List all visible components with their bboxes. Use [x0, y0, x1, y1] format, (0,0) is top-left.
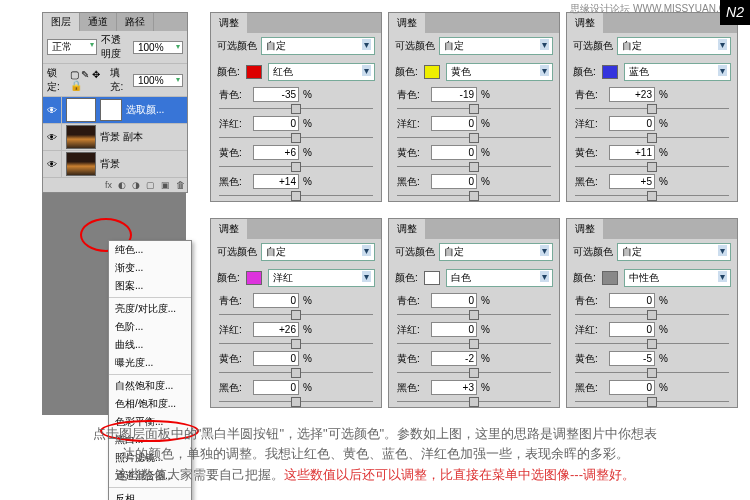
slider-value[interactable] — [431, 116, 477, 131]
slider-value[interactable] — [609, 145, 655, 160]
preset-select[interactable]: 自定 — [439, 243, 553, 261]
slider[interactable] — [575, 104, 729, 114]
pct: % — [481, 382, 490, 393]
layer-item[interactable]: 👁◐选取颜... — [43, 97, 187, 124]
slider[interactable] — [219, 339, 373, 349]
slider-value[interactable] — [253, 87, 299, 102]
slider[interactable] — [219, 191, 373, 201]
slider[interactable] — [397, 104, 551, 114]
slider-value[interactable] — [609, 351, 655, 366]
slider-value[interactable] — [431, 322, 477, 337]
preset-select[interactable]: 自定 — [261, 243, 375, 261]
slider-value[interactable] — [253, 322, 299, 337]
tab-paths[interactable]: 路径 — [117, 13, 154, 31]
trash-icon[interactable]: 🗑 — [176, 180, 185, 190]
slider-value[interactable] — [431, 293, 477, 308]
color-select[interactable]: 白色 — [446, 269, 553, 287]
slider[interactable] — [575, 310, 729, 320]
menu-item[interactable]: 反相 — [109, 490, 191, 500]
menu-item[interactable]: 图案... — [109, 277, 191, 295]
slider-value[interactable] — [431, 145, 477, 160]
slider[interactable] — [397, 397, 551, 407]
menu-item[interactable]: 渐变... — [109, 259, 191, 277]
preset-select[interactable]: 自定 — [617, 37, 731, 55]
visibility-icon[interactable]: 👁 — [43, 151, 62, 177]
layer-item[interactable]: 👁背景 副本 — [43, 124, 187, 151]
mask-icon[interactable]: ◐ — [118, 180, 126, 190]
slider[interactable] — [397, 368, 551, 378]
slider-value[interactable] — [253, 116, 299, 131]
tab-channels[interactable]: 通道 — [80, 13, 117, 31]
slider-value[interactable] — [253, 351, 299, 366]
color-select[interactable]: 蓝色 — [624, 63, 731, 81]
slider[interactable] — [397, 310, 551, 320]
lock-icons[interactable]: ▢ ✎ ✥ 🔒 — [70, 69, 107, 91]
slider[interactable] — [219, 133, 373, 143]
color-select[interactable]: 洋红 — [268, 269, 375, 287]
selective-color-panel: 调整可选颜色自定颜色:中性色青色:%洋红:%黄色:%黑色:% — [566, 218, 738, 408]
menu-item[interactable]: 亮度/对比度... — [109, 300, 191, 318]
slider[interactable] — [219, 397, 373, 407]
slider-value[interactable] — [609, 380, 655, 395]
tab-adjust[interactable]: 调整 — [389, 219, 425, 239]
preset-select[interactable]: 自定 — [261, 37, 375, 55]
menu-item[interactable]: 色阶... — [109, 318, 191, 336]
slider[interactable] — [575, 368, 729, 378]
slider[interactable] — [575, 339, 729, 349]
slider-value[interactable] — [609, 116, 655, 131]
slider[interactable] — [397, 162, 551, 172]
slider[interactable] — [575, 133, 729, 143]
layer-item[interactable]: 👁背景 — [43, 151, 187, 178]
color-swatch — [602, 271, 618, 285]
visibility-icon[interactable]: 👁 — [43, 124, 62, 150]
color-select[interactable]: 黄色 — [446, 63, 553, 81]
tab-adjust[interactable]: 调整 — [567, 13, 603, 33]
slider[interactable] — [397, 191, 551, 201]
color-label: 颜色: — [217, 65, 240, 79]
preset-select[interactable]: 自定 — [439, 37, 553, 55]
color-select[interactable]: 红色 — [268, 63, 375, 81]
adjustment-icon[interactable]: ◑ — [132, 180, 140, 190]
slider-value[interactable] — [609, 322, 655, 337]
new-layer-icon[interactable]: ▣ — [161, 180, 170, 190]
slider[interactable] — [219, 368, 373, 378]
blend-mode-select[interactable]: 正常 — [47, 39, 97, 55]
slider[interactable] — [575, 162, 729, 172]
slider-value[interactable] — [253, 174, 299, 189]
slider-value[interactable] — [609, 87, 655, 102]
color-select[interactable]: 中性色 — [624, 269, 731, 287]
fill-input[interactable]: 100% — [133, 74, 183, 87]
slider-value[interactable] — [431, 87, 477, 102]
slider-label: 洋红: — [397, 323, 427, 337]
fx-icon[interactable]: fx — [105, 180, 112, 190]
slider[interactable] — [219, 162, 373, 172]
slider-value[interactable] — [609, 174, 655, 189]
slider[interactable] — [219, 310, 373, 320]
slider[interactable] — [397, 339, 551, 349]
menu-item[interactable]: 自然饱和度... — [109, 377, 191, 395]
opacity-input[interactable]: 100% — [133, 41, 183, 54]
menu-item[interactable]: 纯色... — [109, 241, 191, 259]
slider[interactable] — [397, 133, 551, 143]
menu-item[interactable]: 曲线... — [109, 336, 191, 354]
tab-adjust[interactable]: 调整 — [211, 219, 247, 239]
slider-value[interactable] — [253, 293, 299, 308]
folder-icon[interactable]: ▢ — [146, 180, 155, 190]
slider[interactable] — [575, 191, 729, 201]
tab-adjust[interactable]: 调整 — [211, 13, 247, 33]
tab-adjust[interactable]: 调整 — [389, 13, 425, 33]
tab-adjust[interactable]: 调整 — [567, 219, 603, 239]
slider-value[interactable] — [253, 380, 299, 395]
tab-layers[interactable]: 图层 — [43, 13, 80, 31]
menu-item[interactable]: 曝光度... — [109, 354, 191, 372]
slider-value[interactable] — [609, 293, 655, 308]
slider[interactable] — [575, 397, 729, 407]
slider-value[interactable] — [431, 174, 477, 189]
menu-item[interactable]: 色相/饱和度... — [109, 395, 191, 413]
slider-value[interactable] — [431, 351, 477, 366]
slider-value[interactable] — [431, 380, 477, 395]
visibility-icon[interactable]: 👁 — [43, 97, 62, 123]
slider-value[interactable] — [253, 145, 299, 160]
slider[interactable] — [219, 104, 373, 114]
preset-select[interactable]: 自定 — [617, 243, 731, 261]
